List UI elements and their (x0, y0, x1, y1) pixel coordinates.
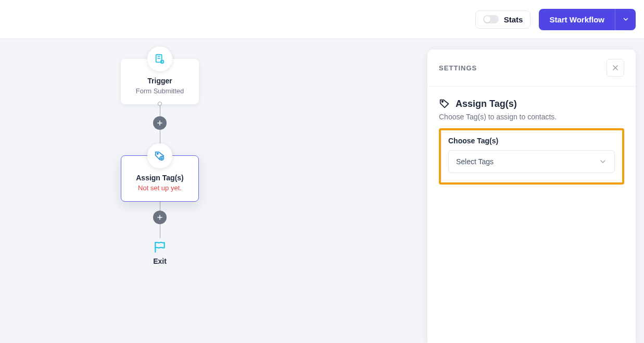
chevron-down-icon (622, 16, 629, 23)
exit-label: Exit (153, 257, 167, 265)
start-workflow-group: Start Workflow (539, 9, 636, 30)
panel-body: Assign Tag(s) Choose Tag(s) to assign to… (427, 87, 636, 196)
choose-tags-highlight: Choose Tag(s) Select Tags (439, 128, 624, 185)
assign-tags-node[interactable]: Assign Tag(s) Not set up yet. (121, 155, 199, 202)
plus-icon (156, 119, 163, 127)
close-icon (611, 64, 620, 72)
plus-icon (156, 214, 163, 221)
action-icon-circle (147, 143, 172, 168)
svg-point-14 (442, 101, 443, 102)
tag-add-icon (154, 150, 166, 162)
app-header: Stats Start Workflow (0, 0, 644, 39)
panel-header: SETTINGS (427, 50, 636, 87)
exit-node[interactable] (153, 240, 167, 254)
settings-panel: SETTINGS Assign Tag(s) Choose Tag(s) to … (427, 50, 636, 343)
form-icon (154, 53, 166, 65)
connector-dot-icon (158, 102, 162, 106)
panel-description: Choose Tag(s) to assign to contacts. (439, 113, 624, 121)
add-step-button[interactable] (153, 211, 167, 224)
connector-line (160, 129, 160, 144)
connector-line (160, 224, 160, 238)
panel-title-row: Assign Tag(s) (439, 98, 624, 109)
choose-tags-label: Choose Tag(s) (448, 137, 615, 145)
flag-icon (153, 240, 167, 254)
connector-line (160, 202, 160, 211)
tags-select[interactable]: Select Tags (448, 150, 615, 173)
start-workflow-button[interactable]: Start Workflow (539, 9, 615, 30)
add-step-button[interactable] (153, 116, 167, 130)
svg-point-6 (157, 153, 158, 154)
node-subtitle: Form Submitted (126, 87, 194, 95)
node-subtitle: Not set up yet. (127, 184, 193, 192)
node-title: Trigger (126, 77, 194, 85)
stats-toggle[interactable]: Stats (475, 10, 531, 29)
close-panel-button[interactable] (607, 59, 624, 77)
chevron-down-icon (599, 157, 607, 166)
trigger-icon-circle (147, 46, 172, 71)
workflow-canvas[interactable]: Trigger Form Submitted Assign Tag(s) Not… (0, 39, 644, 343)
toggle-switch-icon (483, 15, 499, 23)
workflow-flow: Trigger Form Submitted Assign Tag(s) Not… (121, 59, 199, 265)
node-title: Assign Tag(s) (127, 174, 193, 182)
select-placeholder: Select Tags (456, 157, 494, 166)
tag-icon (439, 98, 450, 109)
stats-label: Stats (504, 15, 523, 24)
connector-line (160, 105, 160, 117)
trigger-node[interactable]: Trigger Form Submitted (121, 59, 199, 104)
svg-point-3 (161, 60, 164, 64)
panel-title: Assign Tag(s) (456, 99, 517, 109)
start-workflow-dropdown[interactable] (615, 9, 636, 30)
panel-header-title: SETTINGS (439, 64, 477, 72)
